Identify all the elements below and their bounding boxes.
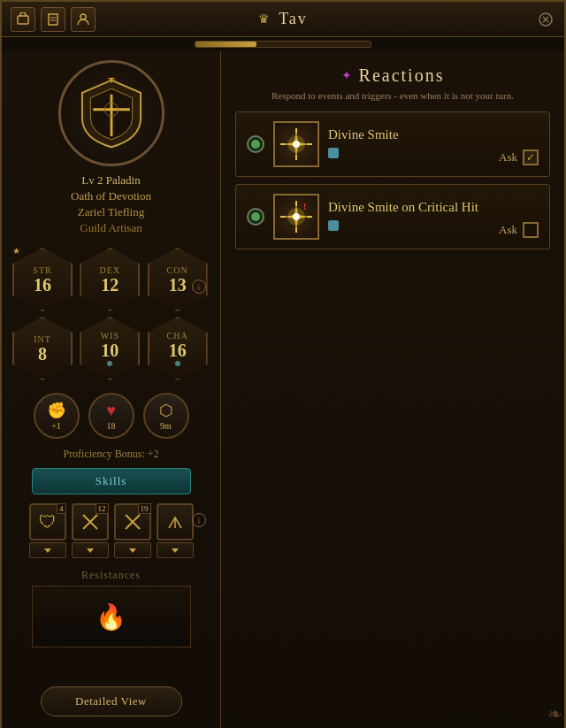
reaction-enabled-toggle-2[interactable] <box>247 208 264 226</box>
skill-sword2-dropdown[interactable] <box>114 542 151 558</box>
ask-checkbox-1[interactable]: ✓ <box>523 149 539 165</box>
info-circle-icon-2[interactable]: i <box>192 513 206 527</box>
main-content: Lv 2 Paladin Oath of Devotion Zariel Tie… <box>2 51 564 728</box>
svg-point-16 <box>293 141 300 148</box>
stat-str-value: 16 <box>34 276 51 294</box>
char-race: Zariel Tiefling <box>71 205 151 219</box>
skill-armor-dropdown[interactable] <box>29 542 66 558</box>
progress-area <box>2 37 564 51</box>
inventory-icon-btn[interactable] <box>11 7 35 32</box>
top-bar: ♛ Tav <box>2 2 564 37</box>
reactions-description: Respond to events and triggers - even wh… <box>235 89 550 103</box>
action-row: ✊ +1 ♥ 18 ⬡ 9m <box>34 393 189 439</box>
stat-int[interactable]: INT 8 <box>12 317 73 380</box>
top-icons-left <box>11 7 96 32</box>
reaction-name-2: Divine Smite on Critical Hit <box>328 200 539 215</box>
proficiency-star-icon: ★ <box>12 246 20 256</box>
reaction-check-inner-1 <box>251 140 260 149</box>
heart-icon: ♥ <box>106 402 116 420</box>
corner-ornament-br: ❧ <box>547 703 562 724</box>
action-melee-btn[interactable]: ✊ +1 <box>34 393 80 439</box>
svg-point-22 <box>293 213 300 220</box>
resistances-info-icon[interactable]: i <box>192 513 206 527</box>
reaction-resource-pip-2 <box>328 220 339 231</box>
dropdown-arrow-icon-4 <box>172 548 179 553</box>
char-background: Guild Artisan <box>71 221 151 235</box>
book-icon-btn[interactable] <box>41 7 65 32</box>
char-info: Lv 2 Paladin Oath of Devotion Zariel Tie… <box>71 173 151 235</box>
stat-dex-label: DEX <box>100 265 121 275</box>
skill-armor-count: 4 <box>57 503 66 514</box>
skill-sword1-count: 12 <box>96 503 109 514</box>
stat-cha[interactable]: CHA 16 <box>148 317 208 380</box>
action-hp-label: 18 <box>107 421 116 431</box>
sword-icon <box>123 512 142 532</box>
skill-sword2-icon[interactable]: 19 <box>114 503 151 540</box>
info-circle-icon[interactable]: i <box>192 280 206 294</box>
action-hp-btn[interactable]: ♥ 18 <box>88 393 134 439</box>
reaction-ask-area-2: Ask <box>499 222 539 238</box>
stat-wis-dot <box>107 361 112 366</box>
reaction-ask-area-1: Ask ✓ <box>499 149 539 165</box>
stat-cha-label: CHA <box>167 331 188 341</box>
skill-sword1-dropdown[interactable] <box>72 542 109 558</box>
avatar <box>58 60 164 166</box>
movement-icon: ⬡ <box>159 401 173 420</box>
stat-int-label: INT <box>34 334 51 344</box>
stat-wis[interactable]: WIS 10 <box>80 317 140 380</box>
reaction-check-inner-2 <box>251 212 260 221</box>
stat-int-value: 8 <box>38 345 47 363</box>
reaction-name-1: Divine Smite <box>328 127 539 142</box>
dropdown-arrow-icon <box>44 548 51 553</box>
reaction-icon-1 <box>273 121 319 167</box>
resistance-box: 🔥 <box>32 586 191 648</box>
skill-sword1-icon[interactable]: 12 <box>72 503 109 540</box>
skill-misc-icon[interactable] <box>157 503 194 540</box>
char-level: Lv 2 Paladin <box>71 173 151 188</box>
reaction-enabled-toggle-1[interactable] <box>247 135 264 153</box>
svg-text:!: ! <box>303 202 306 211</box>
svg-point-3 <box>80 14 86 19</box>
ask-checkbox-2[interactable] <box>523 222 539 238</box>
stats-grid: ★ STR 16 DEX 12 CON 13 INT <box>9 248 213 380</box>
close-button[interactable] <box>536 10 555 29</box>
svg-rect-0 <box>18 16 28 24</box>
dropdown-arrow-icon-3 <box>129 548 136 553</box>
action-movement-btn[interactable]: ⬡ 9m <box>143 393 189 439</box>
reaction-icon-2: ! <box>273 194 319 240</box>
stat-wis-label: WIS <box>101 331 119 341</box>
stats-info-icon[interactable]: i <box>192 280 206 294</box>
skill-item-misc <box>157 503 194 558</box>
window-title-area: ♛ Tav <box>258 10 308 28</box>
checkmark-icon-1: ✓ <box>526 151 535 165</box>
detailed-view-button[interactable]: Detailed View <box>41 686 182 717</box>
avatar-shield-svg <box>76 76 147 151</box>
reactions-title: ✦ Reactions <box>235 65 550 86</box>
crossed-swords-icon <box>80 512 100 532</box>
reactions-title-text: Reactions <box>359 65 445 86</box>
app-window: ❧ ❧ ❧ ❧ <box>0 0 566 728</box>
skill-armor-icon[interactable]: 🛡 4 <box>29 503 66 540</box>
reactions-header: ✦ Reactions Respond to events and trigge… <box>235 65 550 103</box>
dropdown-arrow-icon-2 <box>87 548 94 553</box>
char-class: Oath of Devotion <box>71 189 151 203</box>
stat-con-value: 13 <box>169 276 187 294</box>
character-icon-btn[interactable] <box>71 7 96 32</box>
action-melee-label: +1 <box>51 421 61 431</box>
window-title: Tav <box>279 10 308 28</box>
action-movement-label: 9m <box>160 421 172 431</box>
stat-str[interactable]: STR 16 <box>12 248 73 311</box>
skill-item-armor: 🛡 4 <box>29 503 66 558</box>
stat-dex[interactable]: DEX 12 <box>80 248 140 311</box>
divine-smite-crit-icon: ! <box>279 199 314 234</box>
skills-button[interactable]: Skills <box>32 468 191 494</box>
reaction-resource-pip-1 <box>328 148 339 158</box>
stat-con-label: CON <box>167 265 188 275</box>
stat-cha-dot <box>175 361 180 366</box>
xp-bar <box>195 41 371 48</box>
skill-sword2-count: 19 <box>138 503 151 514</box>
divine-smite-icon <box>279 126 314 162</box>
reaction-item-divine-smite-crit: ! Divine Smite on Critical Hit Ask <box>235 184 550 249</box>
stat-cha-value: 16 <box>169 341 187 359</box>
skill-misc-dropdown[interactable] <box>157 542 194 558</box>
